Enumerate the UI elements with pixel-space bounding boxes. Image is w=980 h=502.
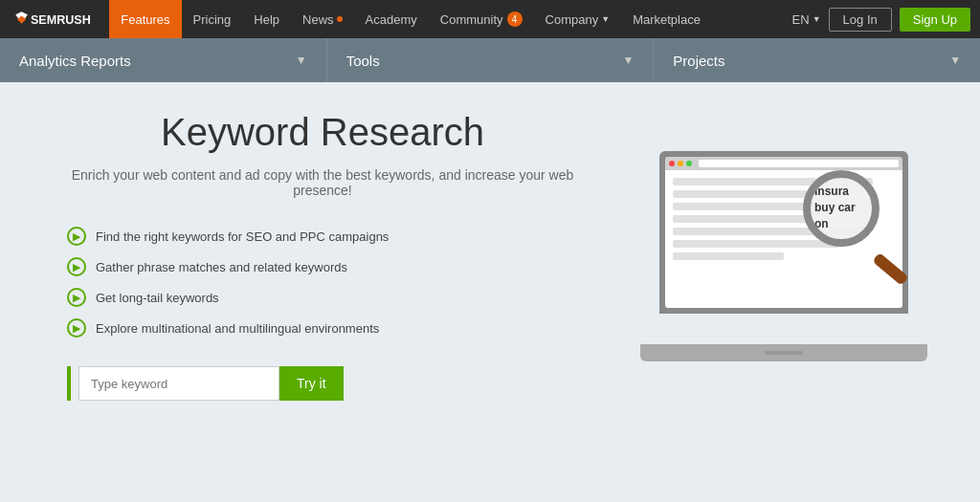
feature-list: ▶ Find the right keywords for SEO and PP… bbox=[57, 227, 588, 338]
keyword-search-input[interactable] bbox=[78, 366, 279, 401]
feature-icon-2: ▶ bbox=[67, 257, 86, 276]
nav-item-news[interactable]: News bbox=[291, 0, 354, 38]
feature-item-4: ▶ Explore multinational and multilingual… bbox=[67, 318, 588, 338]
try-it-button[interactable]: Try it bbox=[279, 366, 344, 401]
nav-items: Features Pricing Help News Academy Commu… bbox=[109, 0, 791, 38]
left-content: Keyword Research Enrich your web content… bbox=[19, 111, 588, 401]
page-title: Keyword Research bbox=[57, 111, 588, 154]
feature-icon-1: ▶ bbox=[67, 227, 86, 246]
submenu-tools[interactable]: Tools ▼ bbox=[327, 38, 655, 82]
svg-text:SEMRUSH: SEMRUSH bbox=[31, 13, 91, 27]
analytics-chevron-icon: ▼ bbox=[296, 54, 307, 67]
magnifier-text: insura buy car on bbox=[811, 180, 872, 235]
feature-item-3: ▶ Get long-tail keywords bbox=[67, 288, 588, 307]
magnifier: insura buy car on bbox=[803, 170, 908, 275]
feature-item-1: ▶ Find the right keywords for SEO and PP… bbox=[67, 227, 588, 246]
login-button[interactable]: Log In bbox=[829, 8, 892, 32]
news-dot bbox=[337, 16, 343, 22]
nav-item-pricing[interactable]: Pricing bbox=[182, 0, 243, 38]
lang-chevron-icon: ▼ bbox=[813, 14, 821, 24]
language-selector[interactable]: EN ▼ bbox=[792, 12, 821, 27]
submenu-analytics-reports[interactable]: Analytics Reports ▼ bbox=[0, 38, 327, 82]
submenu-bar: Analytics Reports ▼ Tools ▼ Projects ▼ bbox=[0, 38, 980, 82]
signup-button[interactable]: Sign Up bbox=[900, 8, 970, 32]
nav-item-company[interactable]: Company ▼ bbox=[534, 0, 622, 38]
nav-item-academy[interactable]: Academy bbox=[354, 0, 429, 38]
nav-item-community[interactable]: Community 4 bbox=[429, 0, 534, 38]
search-row: Try it bbox=[57, 366, 588, 401]
submenu-projects[interactable]: Projects ▼ bbox=[654, 38, 980, 82]
search-accent bbox=[67, 366, 71, 401]
feature-icon-3: ▶ bbox=[67, 288, 86, 307]
nav-item-features[interactable]: Features bbox=[109, 0, 181, 38]
projects-chevron-icon: ▼ bbox=[949, 54, 961, 67]
top-navigation: SEMRUSH Features Pricing Help News Acade… bbox=[0, 0, 980, 38]
nav-item-help[interactable]: Help bbox=[242, 0, 291, 38]
page-subtitle: Enrich your web content and ad copy with… bbox=[57, 167, 588, 198]
tools-chevron-icon: ▼ bbox=[622, 54, 634, 67]
main-content: Keyword Research Enrich your web content… bbox=[0, 82, 980, 420]
company-chevron: ▼ bbox=[601, 14, 610, 24]
feature-icon-4: ▶ bbox=[67, 318, 86, 338]
logo[interactable]: SEMRUSH bbox=[10, 9, 100, 30]
magnifier-glass: insura buy car on bbox=[803, 170, 880, 247]
nav-right: EN ▼ Log In Sign Up bbox=[792, 8, 970, 32]
nav-item-marketplace[interactable]: Marketplace bbox=[621, 0, 712, 38]
laptop-base bbox=[640, 344, 927, 361]
laptop-image: insura buy car on bbox=[640, 151, 927, 361]
hero-illustration: insura buy car on bbox=[607, 111, 961, 401]
feature-item-2: ▶ Gather phrase matches and related keyw… bbox=[67, 257, 588, 276]
community-badge: 4 bbox=[507, 11, 523, 27]
